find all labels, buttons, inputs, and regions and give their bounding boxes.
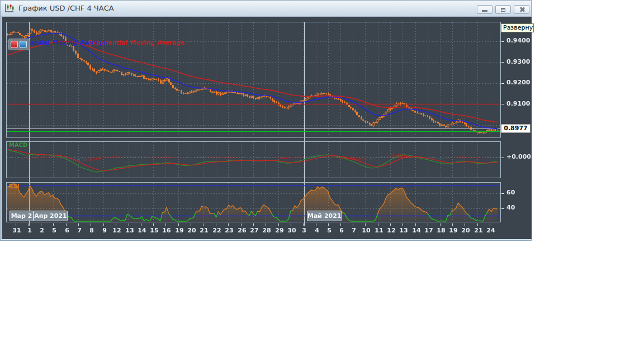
x-axis-day-label: 14 <box>136 227 148 234</box>
month-marker-box: Май 2021 <box>307 211 342 221</box>
month-marker-box: Апр 2021 <box>34 211 68 221</box>
chart-area[interactable]: Exponential_Moving_Average Exponential_M… <box>2 17 532 239</box>
x-axis-day-label: 6 <box>61 227 73 234</box>
x-axis-day-label: 19 <box>173 227 186 234</box>
x-axis-day-label: 17 <box>423 227 435 234</box>
x-axis-day-label: 21 <box>472 227 485 234</box>
maximize-tooltip: Развернуть <box>501 23 534 32</box>
minimize-icon <box>482 10 487 12</box>
x-axis-day-label: 13 <box>397 227 410 234</box>
price-axis-label: 0.9300 <box>506 58 530 65</box>
x-axis-day-label: 27 <box>248 227 261 234</box>
price-axis-label: 0.9400 <box>506 37 530 44</box>
x-axis-day-label: 8 <box>86 227 98 234</box>
price-axis-label: 0.9100 <box>506 100 530 107</box>
macd-label: MACD <box>9 142 27 148</box>
x-axis-day-label: 4 <box>311 227 323 234</box>
close-button[interactable] <box>514 5 529 14</box>
x-axis-day-label: 1 <box>23 227 36 234</box>
x-axis-day-label: 7 <box>348 227 360 234</box>
x-axis-day-label: 3 <box>298 227 310 234</box>
x-axis-day-label: 20 <box>460 227 472 234</box>
minimize-button[interactable] <box>477 5 493 14</box>
x-axis-day-label: 10 <box>360 227 372 234</box>
x-axis-day-label: 9 <box>98 227 111 234</box>
x-axis-day-label: 29 <box>273 227 286 234</box>
title-bar[interactable]: График USD /CHF 4 ЧАСА <box>1 1 531 17</box>
x-axis-day-label: 16 <box>160 227 173 234</box>
x-axis-day-label: 30 <box>286 227 298 234</box>
x-axis-day-label: 15 <box>148 227 160 234</box>
x-axis-day-label: 31 <box>11 227 23 234</box>
legend-ema-slow: Exponential_Moving_Average <box>88 39 184 46</box>
restore-icon <box>501 8 505 12</box>
x-axis-day-label: 12 <box>385 227 397 234</box>
x-axis-day-label: 6 <box>335 227 348 234</box>
x-axis-day-label: 26 <box>236 227 248 234</box>
x-axis-day-label: 23 <box>223 227 235 234</box>
x-axis-day-label: 11 <box>373 227 385 234</box>
chart-canvas[interactable] <box>2 17 532 239</box>
x-axis-day-label: 24 <box>485 227 497 234</box>
indicator-button-red[interactable] <box>11 41 18 48</box>
window-title: График USD /CHF 4 ЧАСА <box>18 4 114 12</box>
x-axis-day-label: 14 <box>410 227 423 234</box>
current-price-box: 0.8977 <box>501 124 531 133</box>
price-axis-label: 0.9200 <box>506 79 530 86</box>
x-axis-day-label: 19 <box>447 227 460 234</box>
x-axis-day-label: 21 <box>198 227 210 234</box>
candlestick-chart-icon <box>4 3 15 13</box>
x-axis-day-label: 5 <box>48 227 60 234</box>
x-axis-day-label: 12 <box>111 227 123 234</box>
indicator-button-blue[interactable] <box>20 41 27 48</box>
rsi-label: RSI <box>9 183 20 189</box>
x-axis-day-label: 7 <box>73 227 86 234</box>
rsi-axis-label: 40 <box>506 204 515 211</box>
x-axis-day-label: 5 <box>323 227 335 234</box>
x-axis-day-label: 13 <box>124 227 136 234</box>
macd-axis-label: +0.000 <box>506 153 531 160</box>
rsi-axis-label: 60 <box>506 189 515 196</box>
x-axis-day-label: 20 <box>186 227 198 234</box>
indicator-buttons-panel <box>8 39 30 50</box>
month-marker-box: Мар 2 <box>10 211 34 221</box>
x-axis-day-label: 2 <box>36 227 48 234</box>
x-axis-day-label: 22 <box>211 227 223 234</box>
restore-button[interactable] <box>495 5 511 14</box>
desktop: График USD /CHF 4 ЧАСА Exponential_Movin… <box>0 0 644 362</box>
chart-window: График USD /CHF 4 ЧАСА Exponential_Movin… <box>0 0 532 241</box>
x-axis-day-label: 28 <box>261 227 273 234</box>
x-axis-day-label: 18 <box>435 227 447 234</box>
